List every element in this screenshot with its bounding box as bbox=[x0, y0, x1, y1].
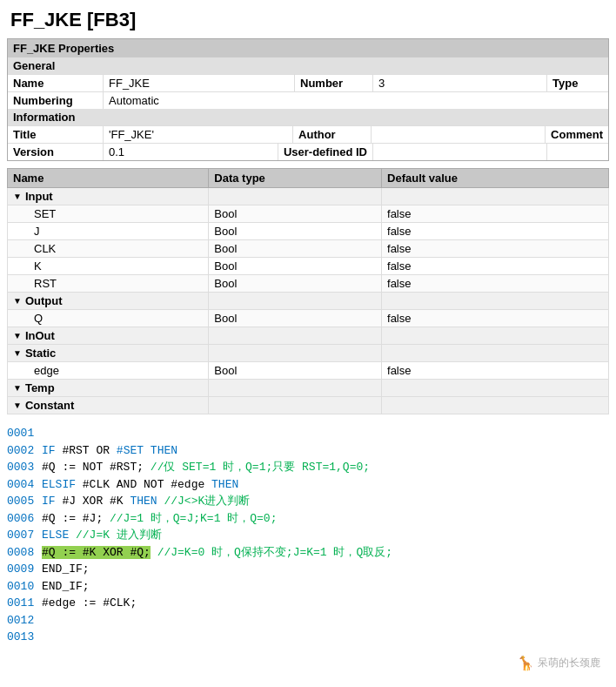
code-line: 0006 #Q := #J; //J=1 时，Q=J;K=1 时，Q=0; bbox=[7, 510, 609, 528]
line-code: IF #J XOR #K THEN //J<>K进入判断 bbox=[42, 493, 250, 510]
prop-author-label: Author bbox=[293, 126, 372, 143]
cell-default: false bbox=[382, 362, 609, 380]
cell-default: false bbox=[382, 310, 609, 327]
code-line: 0004ELSIF #CLK AND NOT #edge THEN bbox=[7, 476, 609, 494]
code-segment: #Q := #J; bbox=[42, 512, 110, 525]
line-number: 0007 bbox=[7, 527, 42, 544]
group-row: ▼Input bbox=[8, 188, 609, 205]
prop-row-numbering: Numbering Automatic bbox=[8, 91, 608, 109]
group-row: ▼Temp bbox=[8, 380, 609, 397]
group-row: ▼InOut bbox=[8, 327, 609, 345]
cell-datatype: Bool bbox=[209, 362, 382, 380]
table-row: edgeBoolfalse bbox=[8, 362, 609, 380]
code-line: 0011#edge := #CLK; bbox=[7, 595, 609, 612]
cell-name: CLK bbox=[8, 240, 209, 258]
line-code: ELSE //J=K 进入判断 bbox=[42, 527, 162, 544]
prop-version-value: 0.1 bbox=[104, 144, 278, 160]
line-number: 0012 bbox=[7, 612, 42, 630]
line-number: 0002 bbox=[7, 442, 42, 460]
line-number: 0008 bbox=[7, 544, 42, 562]
group-name: Output bbox=[25, 294, 63, 307]
code-line: 0001 bbox=[7, 425, 609, 442]
group-datatype bbox=[209, 397, 382, 414]
line-number: 0003 bbox=[7, 459, 42, 476]
prop-numbering-label: Numbering bbox=[8, 92, 104, 109]
code-line: 0010END_IF; bbox=[7, 578, 609, 596]
cell-datatype: Bool bbox=[209, 275, 382, 293]
line-number: 0010 bbox=[7, 578, 42, 596]
table-row: SETBoolfalse bbox=[8, 205, 609, 223]
group-name: Temp bbox=[25, 381, 55, 394]
group-datatype bbox=[209, 188, 382, 205]
line-number: 0006 bbox=[7, 510, 42, 528]
group-default bbox=[382, 397, 609, 414]
watermark-icon: 🦒 bbox=[517, 655, 534, 671]
prop-comment2-label bbox=[547, 144, 608, 160]
group-datatype bbox=[209, 293, 382, 310]
cell-datatype: Bool bbox=[209, 310, 382, 327]
cell-default: false bbox=[382, 240, 609, 258]
group-name: Constant bbox=[25, 399, 74, 412]
col-datatype-header: Data type bbox=[209, 169, 382, 188]
group-default bbox=[382, 293, 609, 310]
line-code: ELSIF #CLK AND NOT #edge THEN bbox=[42, 476, 238, 494]
code-segment: #CLK AND NOT #edge bbox=[83, 478, 211, 491]
code-line: 0008 #Q := #K XOR #Q; //J=K=0 时，Q保持不变;J=… bbox=[7, 544, 609, 562]
cell-default: false bbox=[382, 205, 609, 223]
prop-comment-label: Comment bbox=[546, 126, 608, 143]
code-line: 0009 END_IF; bbox=[7, 561, 609, 578]
arrow-icon: ▼ bbox=[13, 383, 22, 393]
arrow-icon: ▼ bbox=[13, 331, 22, 340]
line-number: 0004 bbox=[7, 476, 42, 494]
watermark-text: 呆萌的长颈鹿 bbox=[538, 656, 600, 670]
group-name: Static bbox=[25, 347, 56, 360]
code-segment: //J<>K进入判断 bbox=[164, 495, 250, 508]
code-segment: #RST OR bbox=[62, 444, 116, 457]
code-segment: THEN bbox=[130, 495, 164, 508]
prop-title-value: 'FF_JKE' bbox=[104, 126, 293, 143]
code-line: 0005 IF #J XOR #K THEN //J<>K进入判断 bbox=[7, 493, 609, 510]
page-title: FF_JKE [FB3] bbox=[0, 0, 616, 38]
prop-row-name: Name FF_JKE Number 3 Type bbox=[8, 74, 608, 91]
cell-name: SET bbox=[8, 205, 209, 223]
table-row: QBoolfalse bbox=[8, 310, 609, 327]
code-section: 00010002IF #RST OR #SET THEN0003 #Q := N… bbox=[7, 421, 609, 650]
code-line: 0007 ELSE //J=K 进入判断 bbox=[7, 527, 609, 544]
interface-table: Name Data type Default value ▼InputSETBo… bbox=[7, 168, 609, 414]
line-number: 0001 bbox=[7, 425, 42, 442]
cell-datatype: Bool bbox=[209, 240, 382, 258]
watermark: 🦒 呆萌的长颈鹿 bbox=[517, 655, 600, 671]
prop-type-label: Type bbox=[547, 75, 608, 91]
group-datatype bbox=[209, 380, 382, 397]
line-code: #Q := #J; //J=1 时，Q=J;K=1 时，Q=0; bbox=[42, 510, 277, 528]
line-number: 0013 bbox=[7, 629, 42, 646]
properties-section: FF_JKE Properties General Name FF_JKE Nu… bbox=[7, 38, 609, 161]
prop-userid-label: User-defined ID bbox=[278, 144, 373, 160]
table-row: RSTBoolfalse bbox=[8, 275, 609, 293]
prop-author-value bbox=[372, 126, 546, 143]
cell-name: Q bbox=[8, 310, 209, 327]
prop-number-value: 3 bbox=[373, 75, 547, 91]
arrow-icon: ▼ bbox=[13, 401, 22, 410]
group-row: ▼Output bbox=[8, 293, 609, 310]
prop-title-label: Title bbox=[8, 126, 104, 143]
line-number: 0011 bbox=[7, 595, 42, 612]
group-row: ▼Constant bbox=[8, 397, 609, 414]
line-code: END_IF; bbox=[42, 578, 90, 596]
arrow-icon: ▼ bbox=[13, 296, 22, 306]
group-default bbox=[382, 380, 609, 397]
line-code: #Q := #K XOR #Q; //J=K=0 时，Q保持不变;J=K=1 时… bbox=[42, 544, 392, 562]
line-number: 0005 bbox=[7, 493, 42, 510]
code-segment: IF bbox=[42, 444, 62, 457]
arrow-icon: ▼ bbox=[13, 348, 22, 358]
line-code: END_IF; bbox=[42, 561, 90, 578]
prop-name-value: FF_JKE bbox=[104, 75, 295, 91]
code-segment: //仅 SET=1 时，Q=1;只要 RST=1,Q=0; bbox=[151, 461, 370, 474]
cell-default: false bbox=[382, 223, 609, 240]
prop-numbering-value: Automatic bbox=[104, 92, 608, 109]
code-line: 0002IF #RST OR #SET THEN bbox=[7, 442, 609, 460]
group-name: Input bbox=[25, 190, 53, 203]
code-line: 0003 #Q := NOT #RST; //仅 SET=1 时，Q=1;只要 … bbox=[7, 459, 609, 476]
code-segment: //J=1 时，Q=J;K=1 时，Q=0; bbox=[110, 512, 277, 525]
table-row: JBoolfalse bbox=[8, 223, 609, 240]
